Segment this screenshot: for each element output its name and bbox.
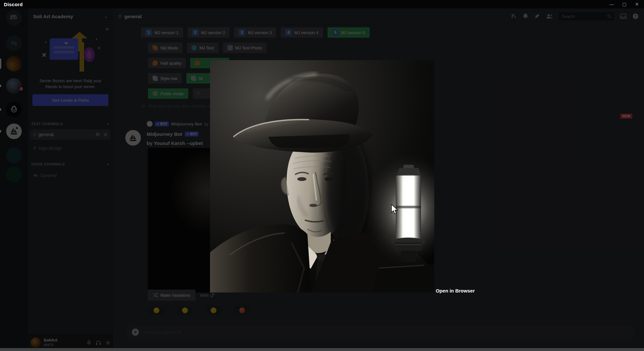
portrait-photo[interactable] [210,60,434,292]
open-in-browser-link[interactable]: Open in Browser [436,288,475,293]
window-titlebar: Discord — ▢ ✕ [0,0,644,8]
mouse-cursor [391,204,399,216]
close-button[interactable]: ✕ [635,2,639,7]
screen-bottom-strip [0,348,644,351]
minimize-button[interactable]: — [609,2,614,7]
maximize-button[interactable]: ▢ [622,2,626,7]
image-lightbox: Open in Browser [210,60,475,294]
app-title: Discord [4,2,23,7]
